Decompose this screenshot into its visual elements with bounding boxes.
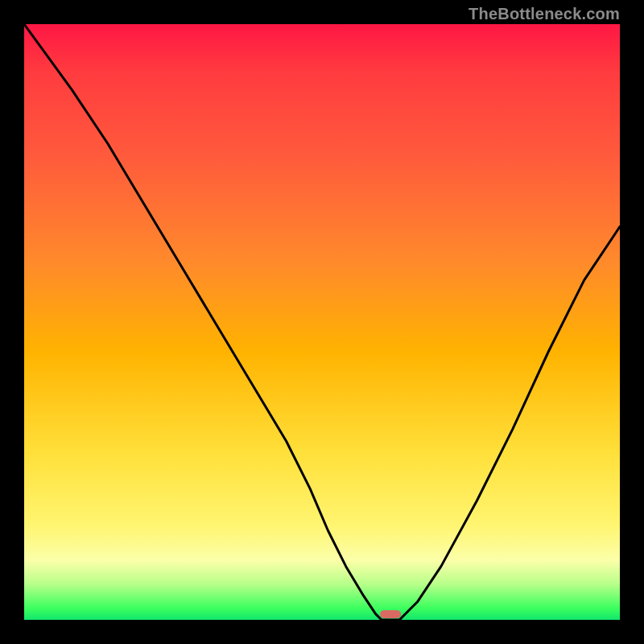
curve-layer	[24, 24, 620, 620]
chart-frame: TheBottleneck.com	[0, 0, 644, 644]
watermark-text: TheBottleneck.com	[469, 5, 620, 23]
bottleneck-curve	[24, 24, 620, 620]
plot-area	[24, 24, 620, 620]
optimal-marker	[380, 610, 401, 618]
